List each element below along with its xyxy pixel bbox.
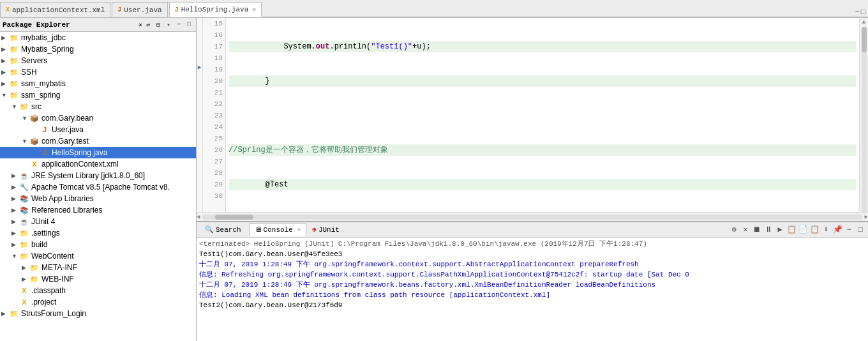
console-tool-5[interactable]: ▶ bbox=[775, 225, 785, 235]
tree-node-icon: X bbox=[19, 285, 29, 296]
tree-item-11[interactable]: XapplicationContext.xml bbox=[0, 158, 196, 170]
marker-15 bbox=[197, 18, 202, 29]
tree-node-icon: 📁 bbox=[9, 56, 19, 66]
console-tab-label: Console bbox=[264, 226, 293, 234]
tree-item-5[interactable]: ▼📁ssm_spring bbox=[0, 89, 196, 101]
tree-arrow-icon[interactable]: ▶ bbox=[11, 218, 19, 225]
tree-arrow-icon[interactable]: ▼ bbox=[22, 115, 29, 121]
tree-item-1[interactable]: ▶📁Mybatis_Spring bbox=[0, 43, 196, 55]
minimize-icon[interactable]: − bbox=[174, 21, 183, 29]
maximize-icon[interactable]: □ bbox=[184, 21, 193, 29]
tree-arrow-icon[interactable]: ▶ bbox=[1, 310, 9, 317]
tree-arrow-icon[interactable]: ▶ bbox=[1, 34, 9, 41]
console-maximize[interactable]: □ bbox=[855, 225, 865, 235]
tree-item-4[interactable]: ▶📁ssm_mybatis bbox=[0, 78, 196, 89]
sync-icon[interactable]: ⇄ bbox=[144, 21, 153, 29]
console-tool-3[interactable]: ⏹ bbox=[752, 225, 762, 235]
console-tool-6[interactable]: 📋 bbox=[786, 225, 797, 235]
console-tool-2[interactable]: ✕ bbox=[740, 225, 751, 235]
tree-node-icon: 📁 bbox=[9, 308, 19, 319]
tree-arrow-icon[interactable]: ▶ bbox=[11, 230, 19, 236]
tree-item-6[interactable]: ▼📁src bbox=[0, 101, 196, 112]
scrollbar-thumb[interactable] bbox=[862, 27, 867, 52]
tree-arrow-icon[interactable]: ▶ bbox=[11, 241, 19, 248]
tree-item-0[interactable]: ▶📁mybatis_jdbc bbox=[0, 32, 196, 43]
tree-item-7[interactable]: ▼📦com.Gary.bean bbox=[0, 112, 196, 124]
tree-arrow-icon[interactable]: ▶ bbox=[1, 69, 9, 75]
tree-item-21[interactable]: ▶📁WEB-INF bbox=[0, 273, 196, 285]
editor-hscrollbar[interactable]: ◀ ▶ bbox=[197, 212, 868, 221]
maximize-editor-icon[interactable]: □ bbox=[861, 8, 865, 17]
collapse-all-icon[interactable]: ⊟ bbox=[154, 21, 163, 29]
tree-item-15[interactable]: ▶📚Referenced Libraries bbox=[0, 204, 196, 216]
tab-hellospring[interactable]: J HelloSpring.java ✕ bbox=[169, 2, 262, 17]
console-tool-1[interactable]: ⚙ bbox=[729, 225, 739, 235]
console-tool-pin[interactable]: 📌 bbox=[832, 225, 842, 235]
close-console-icon[interactable]: ✕ bbox=[297, 226, 301, 233]
tree-item-17[interactable]: ▶📁.settings bbox=[0, 227, 196, 239]
tree-item-16[interactable]: ▶☕JUnit 4 bbox=[0, 216, 196, 227]
close-panel-icon[interactable]: ✕ bbox=[138, 21, 142, 29]
tab-console[interactable]: 🖥 Console ✕ bbox=[249, 224, 307, 236]
console-minimize[interactable]: − bbox=[844, 225, 854, 235]
tree-item-2[interactable]: ▶📁Servers bbox=[0, 55, 196, 66]
tree-arrow-icon[interactable]: ▶ bbox=[11, 172, 19, 179]
marker-28 bbox=[197, 167, 202, 179]
tab-user[interactable]: J User.java bbox=[112, 2, 167, 17]
tree-arrow-icon[interactable]: ▼ bbox=[1, 92, 9, 98]
tree-node-icon: 📁 bbox=[9, 67, 19, 77]
tree-item-14[interactable]: ▶📚Web App Libraries bbox=[0, 193, 196, 204]
tree-item-13[interactable]: ▶🔧Apache Tomcat v8.5 [Apache Tomcat v8. bbox=[0, 181, 196, 193]
tab-junit[interactable]: ⊕ JUnit bbox=[306, 224, 347, 236]
scroll-up-icon[interactable]: ▲ bbox=[862, 19, 865, 26]
editor-scroll[interactable]: ▶ 1516171819 bbox=[197, 18, 868, 212]
tree-item-18[interactable]: ▶📁build bbox=[0, 239, 196, 250]
console-tool-4[interactable]: ⏸ bbox=[763, 225, 774, 235]
tree-node-icon: 📚 bbox=[19, 193, 29, 204]
tree-node-label: META-INF bbox=[41, 263, 77, 272]
console-tool-7[interactable]: 📄 bbox=[798, 225, 808, 235]
view-menu-icon[interactable]: ▾ bbox=[164, 21, 173, 29]
console-tool-scroll[interactable]: ⬇ bbox=[821, 225, 831, 235]
tree-arrow-icon[interactable]: ▶ bbox=[1, 57, 9, 64]
tab-applicationcontext[interactable]: X applicationContext.xml bbox=[0, 2, 110, 17]
editor-vscrollbar[interactable]: ▲ ▼ bbox=[859, 18, 868, 212]
scrollbar-track[interactable] bbox=[862, 27, 867, 212]
tree-item-8[interactable]: JUser.java bbox=[0, 124, 196, 135]
hscroll-right-icon[interactable]: ▶ bbox=[865, 213, 868, 220]
tree-node-label: applicationContext.xml bbox=[41, 160, 119, 169]
tree-item-22[interactable]: X.classpath bbox=[0, 285, 196, 296]
tree-arrow-icon[interactable]: ▶ bbox=[11, 184, 19, 190]
tab-search[interactable]: 🔍 Search bbox=[199, 224, 249, 236]
tree-node-icon: 📦 bbox=[29, 113, 40, 123]
tree-item-19[interactable]: ▼📁WebContent bbox=[0, 250, 196, 262]
hscrollbar-track[interactable] bbox=[202, 215, 862, 220]
tree-item-3[interactable]: ▶📁SSH bbox=[0, 66, 196, 78]
package-tree[interactable]: ▶📁mybatis_jdbc▶📁Mybatis_Spring▶📁Servers▶… bbox=[0, 32, 196, 341]
tree-item-20[interactable]: ▶📁META-INF bbox=[0, 262, 196, 273]
tree-arrow-icon[interactable]: ▶ bbox=[11, 207, 19, 213]
tree-arrow-icon[interactable]: ▶ bbox=[1, 80, 9, 87]
tree-arrow-icon[interactable]: ▶ bbox=[1, 46, 9, 52]
minimize-editor-icon[interactable]: − bbox=[855, 8, 860, 17]
tree-arrow-icon[interactable]: ▼ bbox=[11, 103, 19, 110]
tree-node-icon: 📁 bbox=[19, 251, 29, 261]
hscroll-left-icon[interactable]: ◀ bbox=[197, 213, 200, 220]
tree-arrow-icon[interactable]: ▶ bbox=[22, 264, 29, 271]
tree-item-9[interactable]: ▼📦com.Gary.test bbox=[0, 135, 196, 147]
tree-arrow-icon[interactable]: ▶ bbox=[11, 195, 19, 202]
tree-arrow-icon[interactable]: ▼ bbox=[22, 138, 29, 144]
tree-item-23[interactable]: X.project bbox=[0, 296, 196, 308]
tree-item-12[interactable]: ▶☕JRE System Library [jdk1.8.0_60] bbox=[0, 170, 196, 181]
console-output[interactable]: <terminated> HelloSpring [JUnit] C:\Prog… bbox=[197, 238, 868, 341]
tree-arrow-icon[interactable]: ▶ bbox=[22, 276, 29, 282]
tree-arrow-icon[interactable]: ▼ bbox=[11, 253, 19, 259]
close-tab-icon[interactable]: ✕ bbox=[252, 6, 256, 13]
tree-item-10[interactable]: JHelloSpring.java bbox=[0, 147, 196, 158]
console-tool-8[interactable]: 📋 bbox=[809, 225, 819, 235]
tree-node-icon: ☕ bbox=[19, 216, 29, 227]
main-area: Package Explorer ✕ ⇄ ⊟ ▾ − □ ▶📁mybatis_j… bbox=[0, 18, 868, 341]
gutter-markers: ▶ bbox=[197, 18, 203, 212]
hscrollbar-thumb[interactable] bbox=[215, 215, 253, 220]
tree-item-24[interactable]: ▶📁StrutsForum_Login bbox=[0, 308, 196, 319]
